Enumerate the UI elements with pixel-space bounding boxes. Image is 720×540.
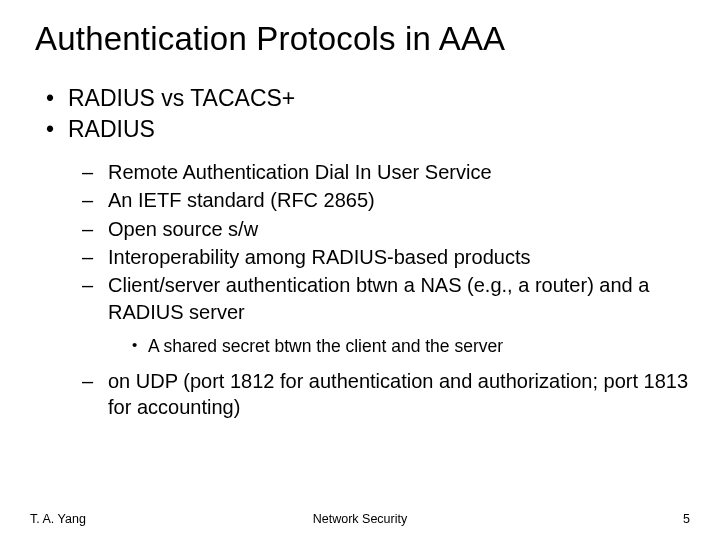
sub-bullet-item: Open source s/w [78,216,690,242]
bullet-item: RADIUS vs TACACS+ [42,84,690,113]
sub-sub-bullet-item: A shared secret btwn the client and the … [130,335,690,358]
sub-bullet-item: Client/server authentication btwn a NAS … [78,272,690,358]
sub-bullet-item: Interoperability among RADIUS-based prod… [78,244,690,270]
slide-footer: T. A. Yang Network Security 5 [30,512,690,526]
slide-title: Authentication Protocols in AAA [35,20,690,58]
sub-bullet-item: Remote Authentication Dial In User Servi… [78,159,690,185]
sub-bullet-item: An IETF standard (RFC 2865) [78,187,690,213]
sub-bullet-text: Client/server authentication btwn a NAS … [108,274,649,322]
footer-page-number: 5 [683,512,690,526]
sub-bullet-item: on UDP (port 1812 for authentication and… [78,368,690,421]
bullet-item: RADIUS Remote Authentication Dial In Use… [42,115,690,420]
bullet-list-level2: Remote Authentication Dial In User Servi… [78,159,690,421]
footer-title: Network Security [313,512,407,526]
bullet-list-level1: RADIUS vs TACACS+ RADIUS Remote Authenti… [42,84,690,421]
bullet-list-level3: A shared secret btwn the client and the … [130,335,690,358]
footer-author: T. A. Yang [30,512,86,526]
bullet-text: RADIUS [68,116,155,142]
slide-container: Authentication Protocols in AAA RADIUS v… [0,0,720,540]
